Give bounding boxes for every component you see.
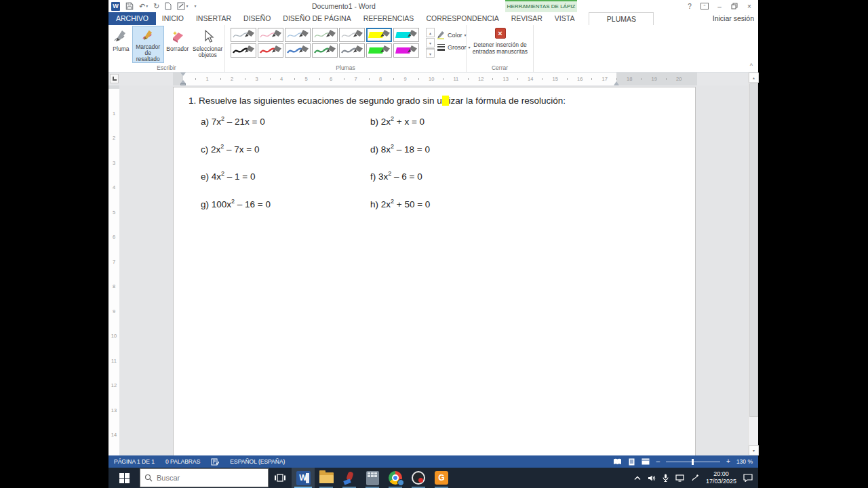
display-network-icon[interactable] <box>675 474 684 482</box>
tab-diseno[interactable]: DISEÑO <box>237 12 277 25</box>
close-icon[interactable]: × <box>742 0 757 12</box>
tab-vista[interactable]: VISTA <box>549 12 581 25</box>
document-page[interactable]: 1. Resuelve las siguientes ecuaciones de… <box>173 87 696 455</box>
zoom-slider-thumb[interactable] <box>692 459 694 465</box>
scroll-up-icon[interactable]: ▴ <box>749 73 759 83</box>
taskbar-word-button[interactable]: W <box>292 468 315 488</box>
language-indicator[interactable]: ESPAÑOL (ESPAÑA) <box>230 458 285 465</box>
new-document-icon[interactable] <box>165 2 172 10</box>
zoom-slider[interactable] <box>666 462 720 462</box>
stop-inking-button[interactable]: × Detener inserción de entradas manuscri… <box>471 28 530 63</box>
save-icon[interactable] <box>125 2 134 10</box>
gallery-down-icon[interactable]: ▾ <box>426 38 435 47</box>
document-area: 1234567891011121314 1. Resuelve las sigu… <box>108 85 758 455</box>
taskbar-clock[interactable]: 20:00 17/03/2025 <box>706 470 736 485</box>
pen-style-option[interactable] <box>285 43 311 58</box>
select-objects-button[interactable]: Seleccionar objetos <box>191 26 224 63</box>
tab-insertar[interactable]: INSERTAR <box>190 12 237 25</box>
zoom-out-icon[interactable]: – <box>656 458 660 465</box>
color-pen-icon <box>437 30 446 39</box>
sign-in-link[interactable]: Iniciar sesión <box>713 12 754 25</box>
eraser-button-label: Borrador <box>166 46 189 52</box>
pen-button[interactable]: Pluma <box>110 26 132 63</box>
ribbon-display-options-icon[interactable]: ^ <box>697 0 712 12</box>
scroll-down-icon[interactable]: ▾ <box>749 445 759 455</box>
tab-referencias[interactable]: REFERENCIAS <box>357 12 420 25</box>
highlighter-button-label: Marcador de resaltado <box>133 44 163 62</box>
ruler-number: 3 <box>108 160 119 166</box>
pen-style-option[interactable] <box>258 28 283 42</box>
color-button[interactable]: Color ▾ <box>437 30 467 40</box>
proofing-icon[interactable] <box>211 458 219 466</box>
file-explorer-icon <box>319 472 334 483</box>
highlighter-button-selected[interactable]: Marcador de resaltado <box>132 26 164 63</box>
tab-inicio[interactable]: INICIO <box>156 12 190 25</box>
taskbar-geogebra-button[interactable]: G <box>430 468 453 488</box>
tray-chevron-icon[interactable] <box>634 476 641 481</box>
pen-style-option[interactable] <box>231 43 256 58</box>
horizontal-ruler[interactable]: 1234567891011121314151617181920 <box>173 73 697 85</box>
customize-qat-button[interactable]: ▾ <box>193 0 196 12</box>
pen-style-option[interactable] <box>312 28 338 42</box>
equation-b: b) 2x2 + x = 0 <box>370 114 430 127</box>
highlighter-style-option[interactable] <box>366 28 392 42</box>
taskbar-search[interactable] <box>140 468 269 487</box>
gallery-more-icon[interactable]: ▾ <box>426 48 435 58</box>
search-input[interactable] <box>157 474 252 482</box>
zoom-percentage[interactable]: 130 % <box>736 458 753 465</box>
draw-mode-icon[interactable]: ▾ <box>177 0 188 12</box>
pen-style-option[interactable] <box>285 28 311 42</box>
tab-archivo[interactable]: ARCHIVO <box>108 12 156 25</box>
taskbar-file-explorer-button[interactable] <box>315 468 338 488</box>
microphone-icon[interactable] <box>663 474 669 482</box>
tab-stop-selector[interactable] <box>110 74 119 83</box>
taskbar-obs-button[interactable] <box>407 468 430 488</box>
scrollbar-thumb[interactable] <box>749 83 758 417</box>
tab-correspondencia[interactable]: CORRESPONDENCIA <box>420 12 505 25</box>
pen-style-option[interactable] <box>339 28 365 42</box>
pen-style-option[interactable] <box>312 43 338 58</box>
highlighter-style-option[interactable] <box>366 43 392 58</box>
eraser-button[interactable]: Borrador <box>164 26 192 63</box>
help-icon[interactable]: ? <box>682 0 697 12</box>
vertical-scrollbar[interactable]: ▴ ▾ <box>748 73 758 455</box>
pen-style-option[interactable] <box>339 43 365 58</box>
redo-button[interactable]: ↻ <box>153 0 159 12</box>
equation-g: g) 100x2 – 16 = 0 <box>201 197 370 209</box>
taskbar-chrome-button[interactable] <box>384 468 407 488</box>
notification-center-icon[interactable] <box>743 474 753 482</box>
highlighter-style-option[interactable] <box>393 43 419 58</box>
speaker-icon[interactable] <box>648 474 656 482</box>
print-layout-icon[interactable] <box>628 458 635 466</box>
gallery-up-icon[interactable]: ▴ <box>426 28 435 37</box>
task-view-button[interactable] <box>269 468 292 488</box>
vertical-ruler[interactable]: 1234567891011121314 <box>108 85 119 455</box>
taskbar-snipping-tool-button[interactable] <box>338 468 361 488</box>
pen-style-option[interactable] <box>258 43 283 58</box>
obs-icon <box>412 471 425 485</box>
thickness-button[interactable]: Grosor ▾ <box>437 42 471 52</box>
tab-revisar[interactable]: REVISAR <box>505 12 549 25</box>
taskbar: W G <box>108 468 758 488</box>
web-layout-icon[interactable] <box>642 458 650 465</box>
ruler-number: 12 <box>108 382 119 388</box>
pen-style-option[interactable] <box>231 28 256 42</box>
first-line-indent-marker[interactable] <box>180 73 186 76</box>
group-escribir: Pluma Marcador de resaltado <box>108 25 225 72</box>
horizontal-ruler-row: 1234567891011121314151617181920 <box>108 73 758 85</box>
undo-button[interactable]: ↶▾ <box>139 0 148 12</box>
windows-ink-icon[interactable] <box>691 474 699 482</box>
collapse-ribbon-icon[interactable]: ^ <box>750 62 753 69</box>
highlighter-style-option[interactable] <box>393 28 419 42</box>
tab-diseno-de-pagina[interactable]: DISEÑO DE PÁGINA <box>277 12 357 25</box>
taskbar-calculator-button[interactable] <box>361 468 384 488</box>
start-button[interactable] <box>108 468 140 488</box>
page-indicator[interactable]: PÁGINA 1 DE 1 <box>114 458 155 465</box>
zoom-in-icon[interactable]: + <box>726 458 730 465</box>
tab-plumas-active[interactable]: PLUMAS <box>589 12 654 25</box>
minimize-icon[interactable]: – <box>712 0 727 12</box>
word-count[interactable]: 0 PALABRAS <box>165 458 200 465</box>
word-logo-icon[interactable]: W <box>111 2 120 11</box>
read-mode-icon[interactable] <box>613 458 622 465</box>
restore-icon[interactable] <box>727 0 742 12</box>
